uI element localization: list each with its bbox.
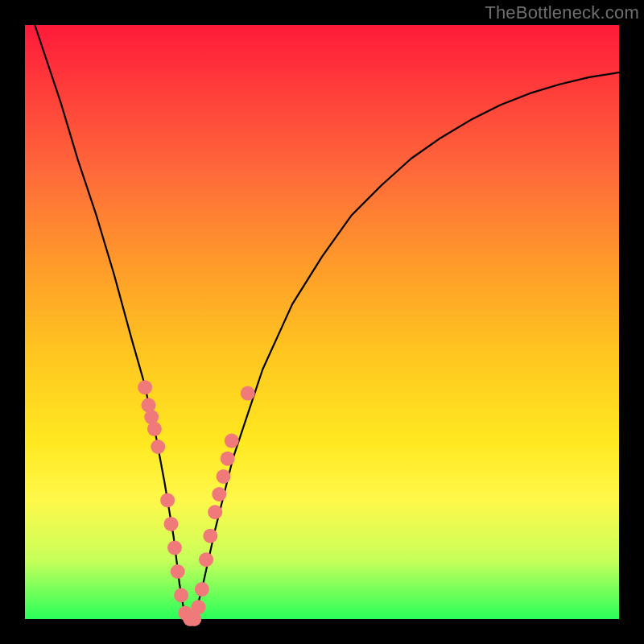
sample-point [164, 517, 179, 531]
chart-svg [0, 0, 644, 644]
sample-point [174, 588, 188, 603]
bottleneck-curve [25, 0, 619, 619]
sample-point [241, 386, 255, 401]
curve-path [25, 0, 619, 619]
sample-point [151, 440, 165, 454]
sample-point [225, 434, 239, 448]
sample-point [208, 505, 222, 519]
sample-point [192, 600, 206, 614]
sample-point [195, 582, 209, 597]
sample-point [138, 380, 152, 394]
sample-point [203, 529, 217, 543]
sample-point [199, 552, 213, 567]
sample-point [160, 493, 175, 507]
sample-point [217, 469, 231, 484]
sample-point [167, 540, 182, 555]
sample-point [212, 487, 226, 502]
sample-point [221, 452, 235, 466]
sample-point [147, 422, 162, 436]
sample-point [171, 564, 185, 579]
sample-point-markers [138, 380, 255, 626]
